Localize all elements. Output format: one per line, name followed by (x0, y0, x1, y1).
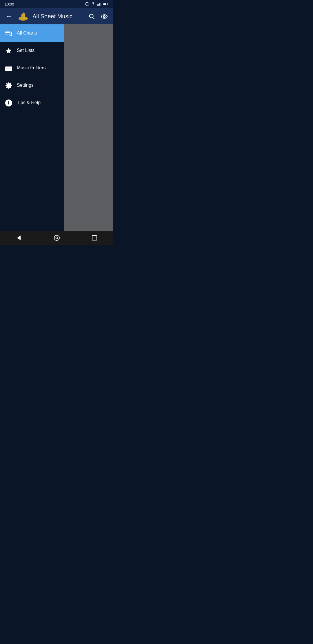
svg-marker-33 (17, 236, 21, 240)
sidebar-item-set-lists[interactable]: Set Lists (0, 42, 64, 59)
app-bar-actions (88, 11, 109, 21)
svg-rect-19 (5, 31, 10, 32)
sidebar-item-tips-help[interactable]: i Tips & Help (0, 94, 64, 111)
back-button[interactable]: ← (4, 11, 14, 22)
svg-rect-8 (103, 3, 106, 5)
view-button[interactable] (100, 11, 109, 21)
sidebar-item-all-charts[interactable]: All Charts (0, 24, 64, 42)
status-time: 10:00 (5, 2, 14, 6)
svg-rect-27 (5, 66, 12, 67)
svg-point-35 (56, 237, 58, 239)
folder-icon (5, 64, 13, 72)
eye-icon (101, 13, 108, 20)
nav-home-icon (54, 235, 60, 241)
info-icon: i (5, 99, 13, 106)
svg-rect-2 (97, 4, 98, 6)
svg-line-15 (93, 17, 94, 19)
gear-icon (5, 82, 13, 89)
nav-back-button[interactable] (9, 233, 29, 243)
tips-help-label: Tips & Help (17, 100, 41, 105)
nav-home-button[interactable] (47, 233, 67, 243)
status-bar: 10:00 (0, 0, 113, 8)
svg-point-34 (54, 235, 59, 240)
sidebar-item-music-folders[interactable]: Music Folders (0, 59, 64, 77)
svg-text:♫: ♫ (21, 16, 23, 19)
set-lists-label: Set Lists (17, 48, 34, 53)
svg-rect-29 (6, 69, 9, 69)
ship-logo-icon: ♫ (17, 10, 29, 22)
music-folders-label: Music Folders (17, 65, 46, 70)
svg-point-18 (104, 16, 105, 17)
main-content: All Charts Set Lists (0, 24, 113, 231)
status-icons (85, 2, 108, 6)
wifi-icon (91, 2, 96, 6)
dnd-icon (85, 2, 89, 6)
music-list-icon (5, 29, 13, 37)
svg-rect-21 (5, 34, 8, 35)
app-logo: ♫ (17, 10, 30, 23)
nav-recent-button[interactable] (85, 233, 104, 243)
svg-rect-20 (5, 32, 10, 33)
navigation-drawer: All Charts Set Lists (0, 24, 64, 231)
search-icon (89, 13, 95, 20)
nav-bar (0, 231, 113, 245)
svg-rect-4 (99, 3, 100, 6)
signal-icon (97, 2, 101, 6)
sidebar-item-settings[interactable]: Settings (0, 77, 64, 94)
nav-square-icon (92, 235, 97, 240)
svg-rect-36 (92, 236, 97, 240)
battery-icon (103, 2, 108, 6)
nav-back-icon (16, 235, 22, 241)
settings-label: Settings (17, 83, 34, 88)
svg-rect-3 (99, 4, 99, 6)
svg-point-14 (90, 14, 93, 18)
star-icon (5, 47, 13, 54)
svg-rect-28 (6, 68, 10, 68)
search-button[interactable] (88, 11, 96, 21)
all-charts-label: All Charts (17, 30, 37, 36)
svg-rect-7 (108, 4, 108, 5)
app-title: All Sheet Music (32, 13, 85, 20)
svg-marker-25 (6, 48, 12, 53)
content-overlay (64, 24, 113, 231)
app-bar: ← ♫ All Sheet Music (0, 8, 113, 24)
svg-rect-5 (101, 3, 101, 6)
svg-text:i: i (8, 101, 9, 105)
